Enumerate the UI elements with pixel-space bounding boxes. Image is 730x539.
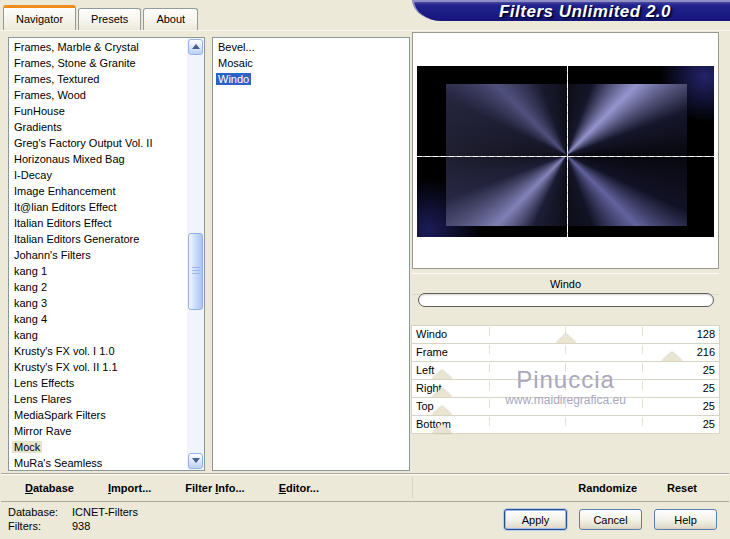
category-scrollbar[interactable] [187, 38, 204, 470]
category-item[interactable]: Greg's Factory Output Vol. II [9, 135, 187, 151]
database-button[interactable]: Database [25, 482, 74, 494]
category-item[interactable]: Frames, Stone & Granite [9, 55, 187, 71]
slider-thumb[interactable] [432, 424, 452, 433]
footer-toolbar: Database Import... Filter Info... Editor… [1, 473, 729, 501]
crosshair-horizontal [417, 156, 714, 157]
slider-label: Frame [416, 346, 448, 358]
category-item[interactable]: Frames, Textured [9, 71, 187, 87]
slider-row-left[interactable]: Left25 [412, 362, 719, 379]
editor-button[interactable]: Editor... [279, 482, 319, 494]
slider-value: 25 [703, 418, 715, 430]
filter-item[interactable]: Windo [213, 71, 409, 87]
category-item[interactable]: Mock [9, 439, 187, 455]
database-label: Database: [8, 505, 72, 519]
category-item[interactable]: Frames, Wood [9, 87, 187, 103]
filters-value: 938 [72, 519, 90, 533]
slider-thumb[interactable] [556, 334, 576, 343]
slider-thumb[interactable] [662, 352, 682, 361]
slider-value: 128 [697, 328, 715, 340]
category-item-label: Frames, Stone & Granite [12, 57, 138, 69]
category-item-label: Krusty's FX vol. II 1.1 [12, 361, 120, 373]
scrollbar-thumb[interactable] [188, 233, 203, 310]
status-bar: Database:ICNET-Filters Filters:938 Apply… [0, 500, 730, 539]
filter-item[interactable]: Mosaic [213, 55, 409, 71]
category-item-label: MuRa's Seamless [12, 457, 104, 469]
slider-value: 25 [703, 364, 715, 376]
help-button[interactable]: Help [654, 509, 717, 530]
category-item[interactable]: Frames, Marble & Crystal [9, 39, 187, 55]
category-item-label: I-Decay [12, 169, 54, 181]
category-item-label: kang [12, 329, 40, 341]
category-item[interactable]: Lens Flares [9, 391, 187, 407]
category-item[interactable]: Krusty's FX vol. II 1.1 [9, 359, 187, 375]
filter-item-label: Windo [216, 73, 251, 85]
category-item-label: FunHouse [12, 105, 67, 117]
category-item[interactable]: Italian Editors Effect [9, 215, 187, 231]
tab-presets[interactable]: Presets [78, 8, 141, 31]
slider-row-top[interactable]: Top25 [412, 398, 719, 415]
category-item-label: kang 2 [12, 281, 49, 293]
category-item[interactable]: Gradients [9, 119, 187, 135]
category-item-label: Frames, Marble & Crystal [12, 41, 141, 53]
category-item[interactable]: kang 1 [9, 263, 187, 279]
slider-stack: Windo128Frame216Left25Right25Top25Bottom… [412, 326, 719, 434]
filter-info-button[interactable]: Filter Info... [185, 482, 244, 494]
tab-about[interactable]: About [143, 8, 198, 31]
slider-row-bottom[interactable]: Bottom25 [412, 416, 719, 433]
slider-row-right[interactable]: Right25 [412, 380, 719, 397]
status-database-row: Database:ICNET-Filters [8, 505, 138, 519]
slider-thumb[interactable] [432, 406, 452, 415]
category-item-label: kang 4 [12, 313, 49, 325]
apply-button[interactable]: Apply [504, 509, 567, 530]
slider-thumb[interactable] [432, 370, 452, 379]
filter-item-label: Mosaic [216, 57, 255, 69]
category-item-label: MediaSpark Filters [12, 409, 108, 421]
reset-button[interactable]: Reset [667, 482, 697, 494]
scroll-up-button[interactable] [188, 39, 203, 55]
app-title: Filters Unlimited 2.0 [414, 2, 730, 21]
slider-row-windo[interactable]: Windo128 [412, 326, 719, 343]
category-item-label: Italian Editors Effect [12, 217, 114, 229]
status-filters-row: Filters:938 [8, 519, 138, 533]
tab-bar: Navigator Presets About [3, 4, 200, 31]
category-item-label: Johann's Filters [12, 249, 93, 261]
randomize-button[interactable]: Randomize [578, 482, 637, 494]
category-item-label: Krusty's FX vol. I 1.0 [12, 345, 117, 357]
category-item[interactable]: kang 2 [9, 279, 187, 295]
category-item[interactable]: kang 3 [9, 295, 187, 311]
import-button[interactable]: Import... [108, 482, 151, 494]
category-item[interactable]: Johann's Filters [9, 247, 187, 263]
filter-list: Bevel...MosaicWindo [213, 39, 409, 87]
category-item[interactable]: MuRa's Seamless [9, 455, 187, 471]
filters-unlimited-window: Filters Unlimited 2.0 Navigator Presets … [0, 0, 730, 539]
title-banner: Filters Unlimited 2.0 [412, 0, 730, 21]
category-item[interactable]: Lens Effects [9, 375, 187, 391]
category-item[interactable]: I-Decay [9, 167, 187, 183]
category-item-label: Lens Flares [12, 393, 73, 405]
category-item[interactable]: Mirror Rave [9, 423, 187, 439]
category-item-label: Frames, Wood [12, 89, 88, 101]
preview-image[interactable] [417, 66, 714, 237]
filter-item[interactable]: Bevel... [213, 39, 409, 55]
category-item[interactable]: MediaSpark Filters [9, 407, 187, 423]
category-item[interactable]: FunHouse [9, 103, 187, 119]
category-item[interactable]: It@lian Editors Effect [9, 199, 187, 215]
scroll-down-button[interactable] [188, 453, 203, 469]
category-listbox: Frames, Marble & CrystalFrames, Stone & … [8, 37, 205, 471]
progress-bar [418, 293, 714, 307]
slider-thumb[interactable] [432, 388, 452, 397]
category-item[interactable]: kang 4 [9, 311, 187, 327]
category-item[interactable]: Krusty's FX vol. I 1.0 [9, 343, 187, 359]
slider-row-frame[interactable]: Frame216 [412, 344, 719, 361]
category-item[interactable]: Horizonaus Mixed Bag [9, 151, 187, 167]
tab-navigator[interactable]: Navigator [3, 5, 76, 31]
filter-item-label: Bevel... [216, 41, 257, 53]
cancel-button[interactable]: Cancel [579, 509, 642, 530]
category-item[interactable]: Italian Editors Generatore [9, 231, 187, 247]
category-item[interactable]: Image Enhancement [9, 183, 187, 199]
status-lines: Database:ICNET-Filters Filters:938 [8, 505, 138, 533]
preview-canvas [412, 32, 719, 269]
chevron-up-icon [192, 44, 200, 49]
category-item[interactable]: kang [9, 327, 187, 343]
slider-label: Windo [416, 328, 447, 340]
